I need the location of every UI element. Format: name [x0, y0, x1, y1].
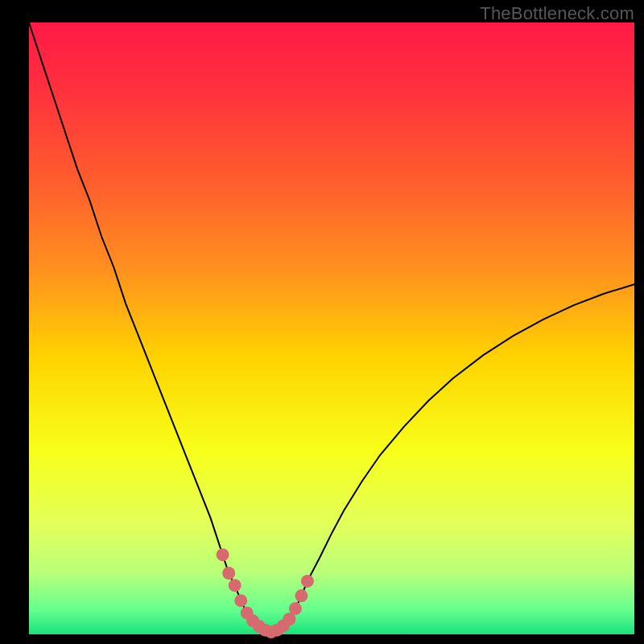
bottleneck-curve-chart	[0, 0, 644, 644]
near-optimum-dot	[301, 575, 314, 588]
near-optimum-dot	[295, 589, 308, 602]
chart-stage: TheBottleneck.com	[0, 0, 644, 644]
near-optimum-dot	[217, 548, 229, 561]
near-optimum-dot	[222, 567, 235, 580]
gradient-panel	[29, 23, 634, 634]
near-optimum-dot	[234, 594, 247, 607]
near-optimum-dot	[229, 579, 242, 592]
near-optimum-dot	[289, 602, 302, 615]
